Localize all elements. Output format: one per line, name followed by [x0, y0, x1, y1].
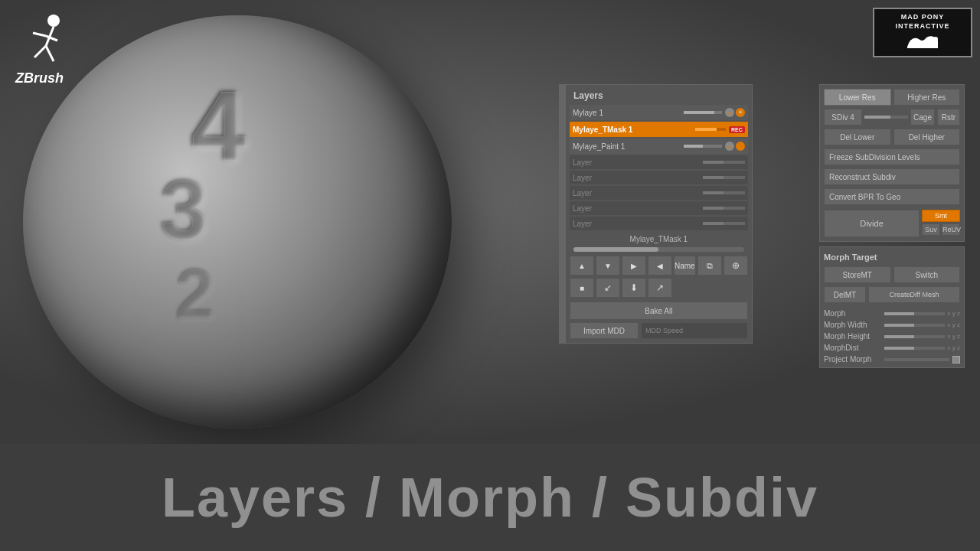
project-morph-label: Project Morph — [824, 355, 881, 364]
layer-b3[interactable]: ⬇ — [622, 278, 646, 298]
morph-dist-label: MorphDist — [824, 344, 881, 352]
reuv-btn[interactable]: ReUV — [942, 223, 960, 236]
freeze-subdiv-btn[interactable]: Freeze SubDivision Levels — [824, 148, 960, 165]
sculpt-4: 4 — [191, 77, 247, 176]
layer-empty-name-1: Layer — [573, 158, 703, 167]
del-mt-btn[interactable]: DelMT — [824, 286, 866, 303]
store-mt-btn[interactable]: StoreMT — [824, 266, 891, 283]
layers-panel: Layers Mylaye 1 ● ☀ Mylaye_TMask 1 REC M… — [559, 84, 743, 344]
morph-width-label: Morph Width — [824, 321, 881, 329]
selected-layer-display: Mylaye_TMask 1 — [570, 233, 748, 245]
morph-height-xyz: x y z — [948, 333, 960, 340]
layer-right-btn[interactable]: ▶ — [622, 256, 646, 276]
project-morph-row: Project Morph — [824, 355, 960, 364]
morph-height-slider[interactable] — [884, 335, 945, 338]
switch-btn[interactable]: Switch — [893, 266, 961, 283]
svg-point-0 — [47, 15, 60, 27]
smt-btn[interactable]: Smt — [922, 210, 960, 222]
cage-btn[interactable]: Cage — [910, 109, 935, 126]
morph-height-row: Morph Height x y z — [824, 332, 960, 341]
svg-line-2 — [34, 46, 46, 57]
morph-row1: StoreMT Switch — [824, 266, 960, 283]
morph-panel: Morph Target StoreMT Switch DelMT Create… — [819, 246, 965, 368]
del-lower-btn[interactable]: Del Lower — [824, 129, 891, 145]
layer-copy-btn[interactable]: ⧉ — [697, 256, 722, 276]
layer-up-btn[interactable]: ▲ — [570, 256, 594, 276]
create-diff-btn[interactable]: CreateDiff Mesh — [868, 286, 960, 303]
divide-sub-btns: Smt Suv ReUV — [922, 210, 960, 237]
layer-icon-1: ● — [725, 108, 734, 117]
subdiv-row2: SDiv 4 Cage Rstr — [824, 109, 960, 126]
morph-slider[interactable] — [884, 312, 945, 315]
layer-item-2[interactable]: Mylaye_TMask 1 REC — [570, 122, 748, 137]
import-mdd-btn[interactable]: Import MDD — [570, 322, 639, 339]
morph-dist-xyz: x y z — [948, 344, 960, 351]
layer-empty-4[interactable]: Layer — [570, 201, 748, 215]
morph-xyz: x y z — [948, 310, 960, 317]
layer-icon-3: ● — [725, 142, 734, 151]
divide-row: Divide Smt Suv ReUV — [824, 210, 960, 237]
madpony-logo: MAD PONY INTERACTIVE — [873, 8, 972, 57]
project-morph-checkbox[interactable] — [952, 356, 960, 364]
layer-name-btn[interactable]: Name — [674, 256, 696, 276]
suv-btn[interactable]: Suv — [922, 223, 940, 236]
layer-merge-btn[interactable]: ⊕ — [724, 256, 748, 276]
layer-name-1: Mylaye 1 — [573, 109, 681, 117]
layer-down-btn[interactable]: ▼ — [596, 256, 620, 276]
divide-btn[interactable]: Divide — [824, 210, 920, 237]
morph-width-row: Morph Width x y z — [824, 321, 960, 329]
layer-item-3[interactable]: Mylaye_Paint 1 ● — [570, 139, 748, 154]
layer-name-2: Mylaye_TMask 1 — [573, 126, 692, 134]
sdiv-btn[interactable]: SDiv 4 — [824, 109, 862, 126]
morph-title: Morph Target — [824, 251, 960, 266]
selected-layer-slider[interactable] — [573, 247, 744, 252]
svg-line-4 — [33, 33, 46, 36]
layer-sidebar-bar — [559, 84, 565, 344]
layer-left-btn[interactable]: ◀ — [648, 256, 672, 276]
morph-height-label: Morph Height — [824, 332, 881, 341]
rec-badge: REC — [729, 126, 745, 133]
subdiv-row3: Del Lower Del Higher — [824, 129, 960, 145]
morph-dist-row: MorphDist x y z — [824, 344, 960, 352]
project-morph-slider[interactable] — [884, 358, 949, 361]
layer-empty-3[interactable]: Layer — [570, 186, 748, 200]
viewport: ZBrush MAD PONY INTERACTIVE 4 3 2 Layers… — [0, 0, 980, 444]
zbrush-logo: ZBrush — [11, 11, 73, 86]
zbrush-text: ZBrush — [11, 70, 73, 86]
subdiv-row1: Lower Res Higher Res — [824, 89, 960, 106]
layer-name-3: Mylaye_Paint 1 — [573, 142, 681, 151]
main-sphere: 4 3 2 — [23, 15, 452, 429]
title-text: Layers / Morph / Subdiv — [162, 466, 818, 529]
layer-controls-row2: ■ ↙ ⬇ ↗ — [570, 278, 748, 298]
bake-all-btn[interactable]: Bake All — [570, 302, 748, 320]
higher-res-btn[interactable]: Higher Res — [893, 89, 961, 106]
layer-sq-btn[interactable]: ■ — [570, 278, 594, 298]
sculpt-2: 2 — [176, 260, 214, 329]
layer-empty-5[interactable]: Layer — [570, 217, 748, 230]
layer-empty-name-3: Layer — [573, 189, 703, 197]
madpony-text: MAD PONY INTERACTIVE — [895, 12, 949, 54]
rstr-btn[interactable]: Rstr — [937, 109, 960, 126]
layer-empty-2[interactable]: Layer — [570, 171, 748, 184]
layer-b2[interactable]: ↙ — [596, 278, 620, 298]
mdd-speed-display: MDD Speed — [641, 322, 748, 339]
layer-icon-1b: ☀ — [736, 108, 745, 117]
morph-label: Morph — [824, 309, 881, 318]
sculpt-3: 3 — [161, 168, 207, 253]
layer-b4[interactable]: ↗ — [648, 278, 672, 298]
layer-item-1[interactable]: Mylaye 1 ● ☀ — [570, 105, 748, 120]
convert-bpr-btn[interactable]: Convert BPR To Geo — [824, 188, 960, 205]
layers-title: Layers — [570, 89, 748, 105]
import-row: Import MDD MDD Speed — [570, 322, 748, 339]
reconstruct-subdiv-btn[interactable]: Reconstruct Subdiv — [824, 168, 960, 185]
layer-controls-row1: ▲ ▼ ▶ ◀ Name ⧉ ⊕ — [570, 256, 748, 276]
sdiv-slider[interactable] — [864, 116, 908, 119]
morph-dist-slider[interactable] — [884, 347, 945, 350]
layer-empty-1[interactable]: Layer — [570, 155, 748, 169]
layer-empty-name-4: Layer — [573, 204, 703, 213]
morph-width-slider[interactable] — [884, 324, 945, 327]
morph-width-xyz: x y z — [948, 321, 960, 328]
del-higher-btn[interactable]: Del Higher — [893, 129, 961, 145]
morph-row2: DelMT CreateDiff Mesh — [824, 286, 960, 303]
lower-res-btn[interactable]: Lower Res — [824, 89, 891, 106]
